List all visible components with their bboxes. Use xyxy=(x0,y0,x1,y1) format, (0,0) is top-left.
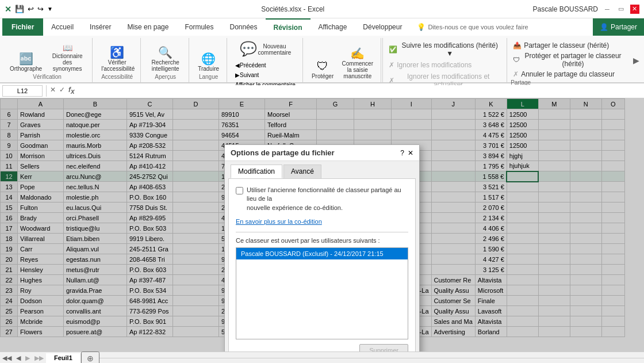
nouveau-commentaire-button[interactable]: 💬 Nouveaucommentaire xyxy=(237,40,294,58)
book-icon: 📖 xyxy=(63,44,72,52)
title-bar-left: ✕ 💾 ↩ ↪ ▼ xyxy=(5,5,53,14)
ribbon-group-apercu: 🔍 Recherche intelligente Aperçus xyxy=(142,38,189,82)
minimize-btn[interactable]: ─ xyxy=(603,5,612,14)
tab-revision[interactable]: Révision xyxy=(266,18,310,36)
sheet-nav-prev[interactable]: ◀ xyxy=(14,354,23,362)
dialog-tab-avance[interactable]: Avancé xyxy=(283,165,321,178)
tab-accueil[interactable]: Accueil xyxy=(43,18,82,36)
dialog-title-bar: Options de partage du fichier ? ✕ xyxy=(225,145,419,161)
formula-icons: ✕ ✓ fx xyxy=(50,86,75,95)
tab-fichier[interactable]: Fichier xyxy=(2,18,43,36)
search-help-text[interactable]: Dites-nous ce que vous voulez faire xyxy=(428,24,528,30)
ribbon-scroll-right[interactable]: ▶ xyxy=(631,38,642,82)
dialog-user-item[interactable]: Pascale BOUSSARD (Exclusif) - 24/12/2017… xyxy=(236,248,408,259)
accessibility-button[interactable]: ♿ Vérifier l'accessibilité xyxy=(98,45,136,74)
tab-formules[interactable]: Formules xyxy=(177,18,221,36)
translate-icon: 🌐 xyxy=(201,53,216,64)
ribbon-group-proteger: 🛡 Protéger ✍ Commencer la saisie manuscr… xyxy=(304,38,381,82)
formula-sep xyxy=(46,85,47,97)
quick-access-more[interactable]: ▼ xyxy=(47,6,53,12)
spreadsheet-area: A B C D E F G H I J K L M N O xyxy=(0,98,644,351)
sheet-nav-next[interactable]: ▶ xyxy=(23,354,32,362)
synonymes-button[interactable]: 📖 Dictionnaire des synonymes xyxy=(47,42,87,74)
user-name: Pascale BOUSSARD xyxy=(533,5,598,13)
prev-comment-btn[interactable]: ◀ Précédent xyxy=(233,61,298,70)
ribbon-group-commentaire: 💬 Nouveaucommentaire ◀ Précédent ▶ Suiva… xyxy=(228,38,303,82)
next-icon: ▶ xyxy=(235,72,240,78)
insert-function-icon[interactable]: fx xyxy=(68,86,75,95)
title-bar-right: Pascale BOUSSARD ─ ▭ ✕ xyxy=(533,5,639,14)
ribbon-content: 🔤 Orthographe 📖 Dictionnaire des synonym… xyxy=(0,36,644,83)
co-edition-link[interactable]: En savoir plus sur la co-édition xyxy=(236,218,408,225)
shield2-icon: 🛡 xyxy=(513,56,520,64)
sheet-nav-left[interactable]: ◀◀ xyxy=(0,354,14,362)
dialog-tab-modification[interactable]: Modification xyxy=(231,165,282,178)
dialog-tabs: Modification Avancé xyxy=(225,161,419,178)
apercu-label: Aperçus xyxy=(155,74,176,81)
ribbon-right: ✅ Suivre les modifications (hérité) ▼ ✗ … xyxy=(382,38,505,82)
spell-icon: 🔤 xyxy=(19,53,33,64)
tab-affichage[interactable]: Affichage xyxy=(310,18,355,36)
suivre-modifications-btn[interactable]: ✅ Suivre les modifications (hérité) ▼ xyxy=(386,40,502,59)
protect-icon: 🛡 xyxy=(317,60,328,72)
confirm-formula-icon[interactable]: ✓ xyxy=(59,86,65,95)
proteger-button[interactable]: 🛡 Protéger xyxy=(309,59,336,81)
lightbulb-icon: 💡 xyxy=(417,23,425,31)
ribbon: Fichier Accueil Insérer Mise en page For… xyxy=(0,18,644,83)
tab-inserer[interactable]: Insérer xyxy=(82,18,119,36)
share2-icon: 📤 xyxy=(513,41,522,49)
dialog-separator xyxy=(236,232,408,232)
tab-mise-en-page[interactable]: Mise en page xyxy=(119,18,177,36)
sheet-tabs-spacer xyxy=(99,358,644,358)
langue-label: Langue xyxy=(199,74,218,81)
proteger-partager-btn[interactable]: 🛡 Protéger et partager le classeur (héri… xyxy=(511,51,626,69)
cancel-formula-icon[interactable]: ✕ xyxy=(50,86,56,95)
accessibility-icon: ♿ xyxy=(110,47,124,58)
dialog-help-icon[interactable]: ? xyxy=(400,149,404,157)
cell-ref-input[interactable] xyxy=(2,85,43,97)
quick-save-icon[interactable]: 💾 xyxy=(15,5,24,13)
close-btn[interactable]: ✕ xyxy=(630,5,639,14)
formula-input[interactable] xyxy=(77,85,642,97)
search-icon: 🔍 xyxy=(158,47,172,58)
quick-undo-icon[interactable]: ↩ xyxy=(28,5,34,13)
tab-developpeur[interactable]: Développeur xyxy=(355,18,410,36)
dialog-title: Options de partage du fichier xyxy=(231,148,335,157)
sheet-nav-right[interactable]: ▶▶ xyxy=(32,354,46,362)
share-icon: 👤 xyxy=(600,23,608,31)
prev-icon: ◀ xyxy=(235,62,240,68)
handwriting-icon: ✍ xyxy=(350,48,365,59)
dialog-checkbox-row: Utiliser l'ancienne fonctionnalité de cl… xyxy=(236,186,408,212)
partager-classeur-btn[interactable]: 📤 Partager le classeur (hérité) xyxy=(511,40,626,51)
add-sheet-button[interactable]: ⊕ xyxy=(81,351,99,364)
traduire-button[interactable]: 🌐 Traduire xyxy=(195,51,222,74)
app-title: Sociétés.xlsx - Excel xyxy=(261,5,324,13)
x2-icon: ✗ xyxy=(389,77,394,85)
accessibility-label: Accessibilité xyxy=(101,74,133,81)
comment-icon: 💬 xyxy=(240,42,257,56)
dialog-user-list[interactable]: Pascale BOUSSARD (Exclusif) - 24/12/2017… xyxy=(236,247,408,339)
sheet-tabs-bar: ◀◀ ◀ ▶ ▶▶ Feuil1 ⊕ xyxy=(0,351,644,363)
verification-label: Vérification xyxy=(33,74,61,81)
quick-redo-icon[interactable]: ↪ xyxy=(37,5,44,13)
title-bar: ✕ 💾 ↩ ↪ ▼ Sociétés.xlsx - Excel Pascale … xyxy=(0,0,644,18)
restore-btn[interactable]: ▭ xyxy=(616,5,626,14)
next-comment-btn[interactable]: ▶ Suivant xyxy=(233,71,298,79)
ribbon-share-section: 📤 Partager le classeur (hérité) 🛡 Protég… xyxy=(507,38,630,82)
annuler-partage-btn[interactable]: ✗ Annuler le partage du classeur xyxy=(511,69,626,79)
ribbon-group-langue: 🌐 Traduire Langue xyxy=(190,38,227,82)
dialog-close-icon[interactable]: ✕ xyxy=(408,149,413,157)
dialog-remove-button[interactable]: Supprimer xyxy=(359,344,408,351)
chevron-right-icon: ▶ xyxy=(633,56,639,65)
orthographe-button[interactable]: 🔤 Orthographe xyxy=(7,51,45,74)
commencer-saisie-button[interactable]: ✍ Commencer la saisie manuscrite xyxy=(339,46,376,81)
recherche-button[interactable]: 🔍 Recherche intelligente xyxy=(147,45,184,74)
share-button[interactable]: 👤 Partager xyxy=(593,18,644,36)
co-edition-checkbox[interactable] xyxy=(236,187,243,194)
dialog-overlay: Options de partage du fichier ? ✕ Modifi… xyxy=(0,98,644,351)
modifications-section: ✅ Suivre les modifications (hérité) ▼ ✗ … xyxy=(386,40,502,90)
sheet-tab-feuil1[interactable]: Feuil1 xyxy=(46,353,81,364)
share-options-dialog: Options de partage du fichier ? ✕ Modifi… xyxy=(224,144,420,351)
ignorer-modifications-btn[interactable]: ✗ Ignorer les modifications xyxy=(386,60,502,70)
tab-donnees[interactable]: Données xyxy=(221,18,265,36)
